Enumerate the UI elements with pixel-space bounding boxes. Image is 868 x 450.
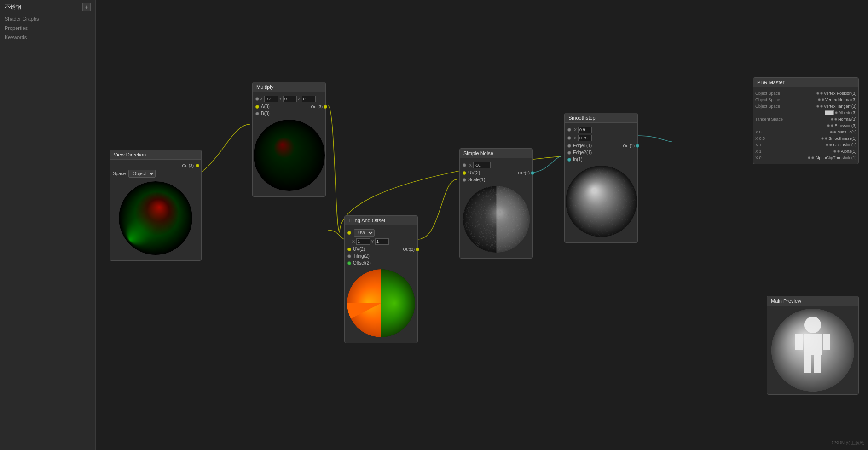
smoothstep-e2-input[interactable]: [578, 135, 592, 141]
multiply-a-port[interactable]: [255, 105, 259, 109]
simple-noise-scale-label: Scale(1): [468, 177, 485, 182]
simple-noise-x-input[interactable]: [473, 162, 491, 168]
sidebar: 不锈钢 + Shader Graphs Properties Keywords: [0, 0, 96, 450]
pbr-albedo-port[interactable]: [835, 111, 838, 114]
tiling-uv-select[interactable]: UV0 UV1: [354, 229, 375, 237]
sidebar-item-properties[interactable]: Properties: [0, 23, 95, 33]
tiling-canvas: [347, 269, 415, 337]
tiling-x-input[interactable]: [356, 238, 370, 245]
add-button[interactable]: +: [82, 3, 91, 11]
pbr-port-10[interactable]: [808, 156, 810, 159]
canvas-area: View Direction Out(3) Space Object World…: [96, 0, 868, 450]
pbr-port2-5[interactable]: [831, 124, 833, 127]
tiling-out-port[interactable]: [416, 248, 419, 251]
pbr-port-1[interactable]: [818, 98, 821, 101]
pbr-row-8: X 1 Occlusion(1): [753, 142, 858, 148]
multiply-out-port[interactable]: [324, 105, 327, 109]
simple-noise-out-label: Out(1): [518, 171, 530, 175]
simple-noise-scale-port[interactable]: [463, 178, 466, 182]
pbr-port-5[interactable]: [827, 124, 830, 127]
pbr-row-9: X 1 Alpha(1): [753, 148, 858, 155]
multiply-y-input[interactable]: [283, 96, 297, 102]
smoothstep-edge1-row: X: [565, 126, 637, 134]
simple-noise-out-port[interactable]: [531, 171, 534, 175]
node-smoothstep: Smoothstep X X Edge1(1) Out(1) Edge2(1): [564, 113, 638, 243]
view-direction-preview: [119, 181, 192, 255]
pbr-port-4[interactable]: [831, 118, 833, 121]
smoothstep-out-port[interactable]: [636, 144, 639, 148]
multiply-z-input[interactable]: [302, 96, 316, 102]
smoothstep-in-port[interactable]: [567, 158, 571, 162]
node-view-direction: View Direction Out(3) Space Object World…: [110, 150, 202, 261]
pbr-port-2[interactable]: [816, 105, 819, 108]
smoothstep-e1-in-port[interactable]: [567, 128, 571, 132]
pbr-master-body: Object Space Vertex Position(3) Object S…: [753, 87, 858, 164]
smoothstep-edge1-port[interactable]: [567, 144, 571, 148]
tiling-uv-in-port[interactable]: [347, 231, 351, 235]
smooth-canvas: [566, 166, 637, 237]
pbr-port-7[interactable]: [821, 137, 824, 140]
pbr-port-0[interactable]: [816, 92, 819, 95]
pbr-row-3: Albedo(3): [753, 110, 858, 116]
pbr-port2-0[interactable]: [820, 92, 823, 95]
node-simple-noise: Simple Noise X UV(2) Out(1) Scale(1): [459, 148, 533, 259]
pbr-port2-7[interactable]: [825, 137, 827, 140]
multiply-b-port[interactable]: [255, 112, 259, 115]
pbr-port2-4[interactable]: [834, 118, 837, 121]
pbr-row-4: Tangent Space Normal(3): [753, 116, 858, 122]
pbr-port-8[interactable]: [826, 144, 828, 146]
view-direction-out-port[interactable]: [196, 164, 199, 167]
view-direction-canvas: [119, 181, 192, 255]
tiling-tiling-row: Tiling(2): [345, 253, 417, 260]
multiply-title: Multiply: [256, 84, 273, 90]
simple-noise-uv-port[interactable]: [463, 171, 466, 175]
pbr-port2-8[interactable]: [829, 144, 832, 146]
smoothstep-edge2-port-row: Edge2(1): [565, 149, 637, 156]
tiling-tiling-label: Tiling(2): [353, 254, 370, 259]
tiling-offset-uv-row: UV0 UV1: [345, 228, 417, 237]
multiply-x-input[interactable]: [264, 96, 278, 102]
multiply-a-label: A(3): [261, 104, 270, 109]
tiling-offset-preview: [347, 269, 415, 337]
simple-noise-header: Simple Noise: [460, 149, 532, 158]
pbr-port2-9[interactable]: [837, 150, 840, 153]
simple-noise-uv-row: UV(2) Out(1): [460, 169, 532, 176]
sidebar-item-shader-graphs[interactable]: Shader Graphs: [0, 14, 95, 23]
pbr-port2-2[interactable]: [820, 105, 823, 108]
view-direction-space-select[interactable]: Object World View: [128, 170, 156, 178]
smoothstep-in-row: In(1): [565, 156, 637, 163]
multiply-vec-in-port[interactable]: [255, 97, 259, 101]
smoothstep-edge2-port[interactable]: [567, 151, 571, 155]
pbr-row-5: Emission(3): [753, 122, 858, 129]
pbr-row-1: Object Space Vertex Normal(3): [753, 97, 858, 103]
tiling-offset-port[interactable]: [347, 261, 351, 265]
view-direction-space-row: Space Object World View: [110, 169, 201, 179]
main-preview-body: [767, 306, 858, 394]
pbr-port2-10[interactable]: [811, 156, 814, 159]
tiling-uv-port[interactable]: [347, 248, 351, 251]
main-preview-title: Main Preview: [771, 298, 801, 304]
simple-noise-x-port[interactable]: [463, 163, 466, 167]
sidebar-item-keywords[interactable]: Keywords: [0, 33, 95, 42]
tiling-tiling-port[interactable]: [347, 254, 351, 258]
tiling-offset-label: Offset(2): [353, 260, 371, 265]
smoothstep-in-label: In(1): [573, 157, 583, 162]
smoothstep-e1-input[interactable]: [578, 127, 592, 133]
pbr-row-2: Object Space Vertex Tangent(3): [753, 103, 858, 110]
view-direction-title: View Direction: [114, 152, 146, 157]
pbr-port-9[interactable]: [833, 150, 836, 153]
smoothstep-preview: [566, 166, 637, 237]
simple-noise-title: Simple Noise: [463, 150, 493, 156]
main-preview-node: Main Preview: [767, 296, 859, 395]
simple-noise-preview: [463, 186, 530, 253]
pbr-port-6[interactable]: [830, 131, 833, 133]
pbr-row-6: X 0 Metallic(1): [753, 129, 858, 135]
tiling-y-input[interactable]: [375, 238, 389, 245]
smoothstep-edge1-label: Edge1(1): [573, 143, 592, 148]
pbr-row-10: X 0 AlphaClipThreshold(1): [753, 155, 858, 161]
pbr-port2-1[interactable]: [822, 98, 824, 101]
multiply-b-label: B(3): [261, 111, 270, 116]
multiply-a-row: A(3) Out(3): [253, 103, 325, 110]
smoothstep-e2-in-port[interactable]: [567, 136, 571, 140]
pbr-port2-6[interactable]: [833, 131, 836, 133]
